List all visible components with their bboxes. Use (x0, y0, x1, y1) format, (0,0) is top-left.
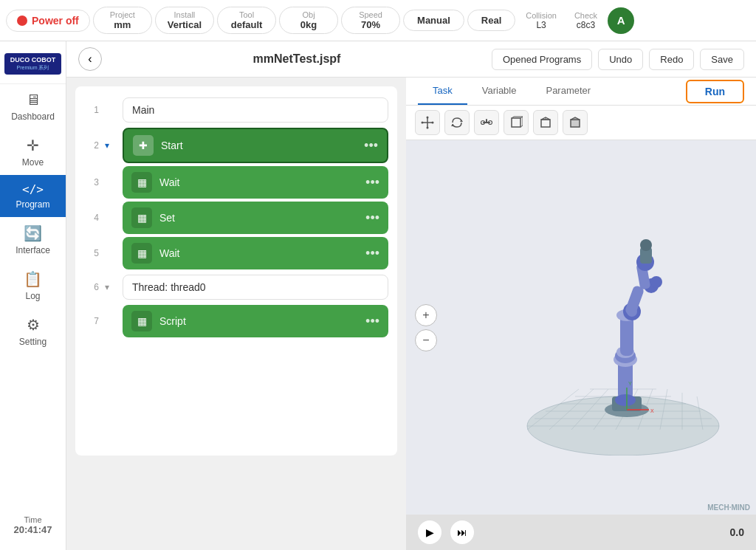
power-button[interactable]: Power off (6, 10, 90, 32)
logo-text: DUCO COBOT (10, 56, 56, 64)
svg-rect-21 (571, 120, 580, 127)
install-segment[interactable]: Install Vertical (155, 7, 214, 34)
content-area: ‹ mmNetTest.jspf Opened Programs Undo Re… (66, 41, 756, 550)
svg-rect-18 (541, 120, 550, 127)
speed-value: 70% (361, 19, 380, 30)
zoom-out-button[interactable]: − (415, 329, 437, 351)
sidebar-item-dashboard[interactable]: 🖥 Dashboard (0, 84, 66, 129)
script-label: Script (159, 315, 365, 327)
program-node-start[interactable]: ✚ Start ••• (123, 128, 388, 163)
back-button[interactable]: ‹ (78, 47, 102, 71)
svg-rect-11 (486, 119, 487, 123)
zoom-in-button[interactable]: + (415, 304, 437, 326)
move-icon: ✛ (27, 137, 39, 154)
main-label: Main (132, 104, 154, 116)
script-dots[interactable]: ••• (365, 314, 379, 329)
row-num-2: 2 (84, 140, 99, 151)
real-button[interactable]: Real (467, 10, 515, 31)
undo-button[interactable]: Undo (598, 49, 643, 70)
table-row: 5 ▦ Wait ••• (84, 237, 388, 269)
logo-area: DUCO COBOT Premium 系列 (0, 47, 66, 84)
row-num-4: 4 (84, 213, 99, 223)
run-button[interactable]: Run (686, 80, 744, 103)
interface-label: Interface (16, 245, 50, 255)
speed-segment[interactable]: Speed 70% (341, 7, 400, 34)
sidebar-item-setting[interactable]: ⚙ Setting (0, 309, 66, 354)
solid-icon (568, 116, 582, 129)
header-buttons: Opened Programs Undo Redo Save (492, 49, 744, 70)
manual-button[interactable]: Manual (403, 10, 464, 31)
dashboard-label: Dashboard (11, 111, 55, 122)
svg-point-2 (427, 117, 429, 119)
set-dots[interactable]: ••• (365, 210, 379, 226)
sidebar-item-log[interactable]: 📋 Log (0, 263, 66, 309)
user-avatar[interactable]: A (608, 7, 634, 34)
play-button[interactable]: ▶ (418, 520, 441, 544)
setting-icon: ⚙ (27, 316, 40, 334)
check-label: Check (574, 11, 597, 20)
program-node-set[interactable]: ▦ Set ••• (123, 202, 388, 234)
wait1-node-icon: ▦ (131, 172, 152, 193)
script-node-icon: ▦ (131, 311, 152, 331)
time-area: Time 20:41:47 (13, 506, 52, 544)
tool-btn-arm[interactable] (474, 110, 499, 135)
speed-label: Speed (359, 10, 382, 19)
svg-point-52 (650, 276, 662, 288)
tab-row: Task Variable Parameter Run (406, 78, 756, 106)
sidebar: DUCO COBOT Premium 系列 🖥 Dashboard ✛ Move… (0, 41, 66, 550)
tool-btn-box[interactable] (504, 110, 529, 135)
wait2-dots[interactable]: ••• (365, 246, 379, 261)
time-value: 20:41:47 (13, 524, 52, 535)
tool-btn-loop[interactable] (444, 110, 470, 135)
redo-button[interactable]: Redo (649, 49, 694, 70)
wait1-dots[interactable]: ••• (365, 175, 379, 190)
program-node-wait-1[interactable]: ▦ Wait ••• (123, 166, 388, 199)
time-label: Time (13, 515, 52, 524)
program-panel: 1 Main 2 ▾ ✚ Start ••• (66, 78, 406, 550)
svg-rect-50 (625, 285, 645, 317)
topbar: Power off Project mm Install Vertical To… (0, 0, 756, 41)
sidebar-item-move[interactable]: ✛ Move (0, 129, 66, 175)
thread-label: Thread: thread0 (132, 281, 206, 293)
set-node-icon: ▦ (131, 207, 152, 228)
tool-label: Tool (239, 10, 254, 19)
table-row: 2 ▾ ✚ Start ••• (84, 128, 388, 163)
setting-label: Setting (19, 337, 47, 347)
tool-btn-transform[interactable] (415, 110, 440, 135)
check-segment: Check c8c3 (567, 11, 605, 30)
wireframe-icon (539, 116, 552, 129)
save-button[interactable]: Save (700, 49, 744, 70)
program-title: mmNetTest.jspf (108, 52, 486, 66)
project-segment[interactable]: Project mm (93, 7, 152, 34)
tool-btn-solid[interactable] (563, 110, 588, 135)
sidebar-item-program[interactable]: </> Program (0, 175, 66, 217)
wait2-label: Wait (159, 247, 365, 259)
install-label: Install (174, 10, 196, 19)
dashboard-icon: 🖥 (26, 92, 41, 109)
opened-programs-button[interactable]: Opened Programs (492, 49, 592, 70)
arm-icon (480, 116, 493, 129)
fast-forward-button[interactable]: ⏭ (450, 520, 474, 544)
program-node-script[interactable]: ▦ Script ••• (123, 305, 388, 337)
tool-segment[interactable]: Tool default (217, 7, 276, 34)
svg-point-4 (422, 122, 424, 124)
logo-sub: Premium 系列 (10, 64, 56, 72)
table-row: 1 Main (84, 95, 388, 125)
row-num-5: 5 (84, 248, 99, 258)
table-row: 4 ▦ Set ••• (84, 202, 388, 234)
sidebar-item-interface[interactable]: 🔄 Interface (0, 217, 66, 263)
main-layout: DUCO COBOT Premium 系列 🖥 Dashboard ✛ Move… (0, 41, 756, 550)
transform-icon (421, 116, 434, 129)
tab-parameter[interactable]: Parameter (531, 78, 605, 105)
program-node-wait-2[interactable]: ▦ Wait ••• (123, 237, 388, 269)
check-value: c8c3 (577, 20, 595, 30)
start-dots[interactable]: ••• (364, 138, 378, 154)
program-label: Program (16, 199, 49, 210)
program-node-thread[interactable]: Thread: thread0 (123, 275, 388, 300)
program-node-main[interactable]: Main (123, 97, 388, 123)
tab-variable[interactable]: Variable (467, 78, 532, 105)
tool-btn-wireframe[interactable] (533, 110, 558, 135)
mech-mind-watermark: MECH·MIND (707, 503, 750, 512)
tab-task[interactable]: Task (418, 78, 467, 105)
obj-segment[interactable]: Obj 0kg (279, 7, 338, 34)
